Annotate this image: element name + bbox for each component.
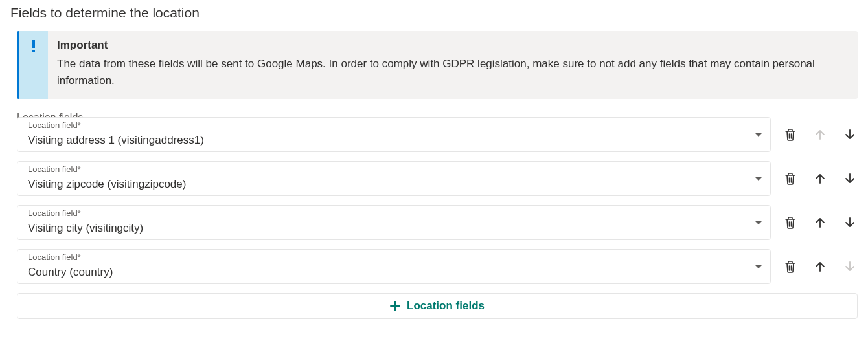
select-value: Visiting zipcode (visitingzipcode) bbox=[28, 178, 186, 191]
select-floating-label: Location field* bbox=[28, 120, 81, 130]
section-title: Fields to determine the location bbox=[10, 5, 858, 21]
important-alert: Important The data from these fields wil… bbox=[17, 31, 858, 99]
move-up-button[interactable] bbox=[812, 259, 828, 274]
add-location-field-button[interactable]: Location fields bbox=[17, 293, 858, 319]
chevron-down-icon bbox=[755, 129, 762, 140]
select-floating-label: Location field* bbox=[28, 252, 81, 262]
move-up-button bbox=[812, 127, 828, 142]
location-field-select[interactable]: Location field*Visiting zipcode (visitin… bbox=[17, 161, 771, 196]
chevron-down-icon bbox=[755, 217, 762, 228]
chevron-down-icon bbox=[755, 173, 762, 184]
location-field-select[interactable]: Location field*Country (country) bbox=[17, 249, 771, 284]
location-field-select[interactable]: Location field*Visiting address 1 (visit… bbox=[17, 117, 771, 152]
location-field-row: Location field*Country (country) bbox=[17, 249, 858, 284]
select-floating-label: Location field* bbox=[28, 164, 81, 174]
alert-title: Important bbox=[57, 39, 846, 52]
move-up-button[interactable] bbox=[812, 215, 828, 230]
chevron-down-icon bbox=[755, 261, 762, 272]
alert-icon-column bbox=[19, 31, 48, 99]
row-actions bbox=[782, 215, 858, 230]
row-actions bbox=[782, 171, 858, 186]
move-down-button[interactable] bbox=[842, 215, 858, 230]
plus-icon bbox=[390, 301, 400, 311]
row-actions bbox=[782, 127, 858, 142]
select-floating-label: Location field* bbox=[28, 208, 81, 218]
move-up-button[interactable] bbox=[812, 171, 828, 186]
delete-button[interactable] bbox=[782, 127, 798, 142]
svg-rect-0 bbox=[32, 40, 35, 48]
location-field-row: Location field*Visiting zipcode (visitin… bbox=[17, 161, 858, 196]
important-icon bbox=[32, 40, 36, 99]
location-field-row: Location field*Visiting city (visitingci… bbox=[17, 205, 858, 240]
move-down-button[interactable] bbox=[842, 171, 858, 186]
delete-button[interactable] bbox=[782, 171, 798, 186]
delete-button[interactable] bbox=[782, 259, 798, 274]
row-actions bbox=[782, 259, 858, 274]
svg-rect-1 bbox=[32, 50, 35, 52]
location-field-select[interactable]: Location field*Visiting city (visitingci… bbox=[17, 205, 771, 240]
alert-text: The data from these fields will be sent … bbox=[57, 56, 846, 89]
select-value: Visiting city (visitingcity) bbox=[28, 222, 143, 235]
location-field-row: Location field*Visiting address 1 (visit… bbox=[17, 117, 858, 152]
move-down-button bbox=[842, 259, 858, 274]
add-button-label: Location fields bbox=[407, 300, 485, 312]
delete-button[interactable] bbox=[782, 215, 798, 230]
move-down-button[interactable] bbox=[842, 127, 858, 142]
select-value: Country (country) bbox=[28, 266, 113, 279]
select-value: Visiting address 1 (visitingaddress1) bbox=[28, 134, 204, 147]
